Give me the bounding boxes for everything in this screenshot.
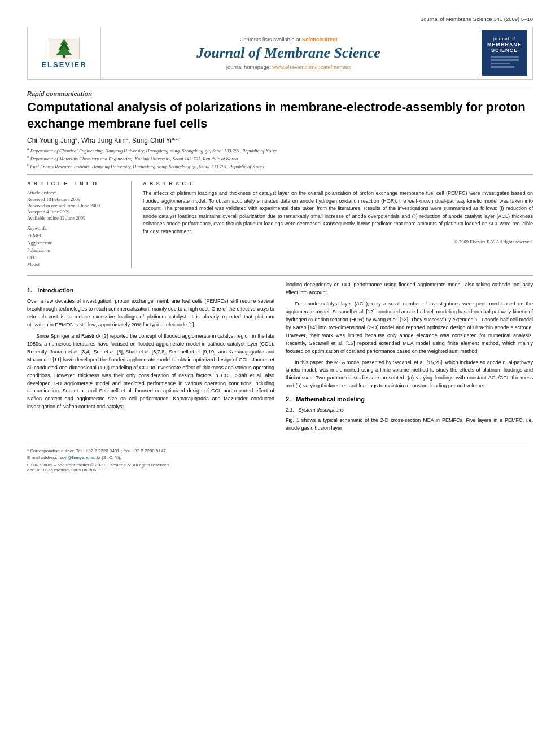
intro-para-2: Since Springer and Raistrick [2] reporte… xyxy=(27,333,274,411)
body-left-col: 1. Introduction Over a few decades of in… xyxy=(27,281,274,436)
abstract-header: A B S T R A C T xyxy=(143,181,533,186)
journal-logo-section: journal of MEMBRANE SCIENCE xyxy=(476,27,532,79)
footer-doi: doi:10.1016/j.memsci.2009.06.006 xyxy=(27,468,533,473)
article-info-col: A R T I C L E I N F O Article history: R… xyxy=(27,181,132,268)
journal-info-center: Contents lists available at ScienceDirec… xyxy=(101,27,476,79)
abstract-col: A B S T R A C T The effects of platinum … xyxy=(143,181,533,268)
svg-rect-8 xyxy=(491,63,510,64)
body-right-col: loading dependency on CCL performance us… xyxy=(286,281,533,436)
journal-title: Journal of Membrane Science xyxy=(196,45,380,62)
contents-available-line: Contents lists available at ScienceDirec… xyxy=(239,36,337,42)
email-note: E-mail address: scyi@hanyang.ac.kr (S.-C… xyxy=(27,455,533,461)
footer-issn: 0376-7388/$ – see front matter © 2009 El… xyxy=(27,462,533,468)
elsevier-tree-icon xyxy=(49,38,80,59)
homepage-link[interactable]: www.elsevier.com/locate/memsci xyxy=(272,64,351,70)
body-content: 1. Introduction Over a few decades of in… xyxy=(27,281,533,436)
journal-logo-graphic xyxy=(488,53,522,70)
journal-reference: Journal of Membrane Science 341 (2009) 5… xyxy=(27,16,533,22)
affiliation-c: c Fuel Energy Research Institute, Hanyan… xyxy=(27,163,533,171)
corresponding-author-note: * Corresponding author. Tel.: +82 2 2220… xyxy=(27,448,533,455)
journal-logo-box: journal of MEMBRANE SCIENCE xyxy=(482,30,527,76)
keyword-3: Polarization xyxy=(27,247,123,254)
page: Journal of Membrane Science 341 (2009) 5… xyxy=(0,0,560,747)
email-link[interactable]: scyi@hanyang.ac.kr xyxy=(60,455,100,460)
section21-para: Fig. 1 shows a typical schematic of the … xyxy=(286,417,533,433)
article-title: Computational analysis of polarizations … xyxy=(27,99,533,132)
keyword-2: Agglomerate xyxy=(27,239,123,247)
received-date: Received 18 February 2009 xyxy=(27,196,123,202)
article-info-header: A R T I C L E I N F O xyxy=(27,181,123,186)
article-type: Rapid communication xyxy=(27,88,533,97)
svg-rect-4 xyxy=(63,55,65,58)
keywords-label: Keywords: xyxy=(27,225,123,231)
keyword-1: PEMFC xyxy=(27,232,123,239)
accepted-date: Accepted 4 June 2009 xyxy=(27,209,123,215)
section21-title: 2.1. System descriptions xyxy=(286,407,533,414)
abstract-text: The effects of platinum loadings and thi… xyxy=(143,190,533,235)
affiliations: a Department of Chemical Engineering, Ha… xyxy=(27,147,533,170)
journal-logo-text1: journal of xyxy=(493,36,515,42)
article-info-abstract: A R T I C L E I N F O Article history: R… xyxy=(27,174,533,268)
keyword-4: CFD xyxy=(27,254,123,261)
journal-logo-title: MEMBRANE xyxy=(487,42,522,47)
svg-rect-9 xyxy=(491,66,514,68)
sciencedirect-link[interactable]: ScienceDirect xyxy=(302,36,338,42)
section-divider xyxy=(27,275,533,276)
svg-rect-7 xyxy=(491,59,519,61)
intro-right-para-1: loading dependency on CCL performance us… xyxy=(286,281,533,297)
footer-divider xyxy=(27,444,533,444)
svg-rect-6 xyxy=(491,56,519,58)
intro-right-para-3: In this paper, the MEA model presented b… xyxy=(286,359,533,391)
journal-homepage: journal homepage: www.elsevier.com/locat… xyxy=(226,64,351,70)
authors-line: Chi-Young Junga, Wha-Jung Kimb, Sung-Chu… xyxy=(27,136,533,145)
journal-logo-title2: SCIENCE xyxy=(491,47,518,53)
keyword-5: Model xyxy=(27,261,123,268)
section2-title: 2. Mathematical modeling xyxy=(286,395,533,404)
copyright-line: © 2009 Elsevier B.V. All rights reserved… xyxy=(143,239,533,244)
elsevier-logo-section: ELSEVIER xyxy=(28,27,101,79)
journal-header: ELSEVIER Contents lists available at Sci… xyxy=(27,27,533,80)
affiliation-a: a Department of Chemical Engineering, Ha… xyxy=(27,147,533,155)
available-date: Available online 12 June 2009 xyxy=(27,215,123,221)
elsevier-wordmark: ELSEVIER xyxy=(41,60,86,69)
intro-section-title: 1. Introduction xyxy=(27,286,274,295)
intro-right-para-2: For anode catalyst layer (ACL), only a s… xyxy=(286,300,533,356)
article-history-label: Article history: xyxy=(27,190,123,195)
revised-date: Received in revised form 3 June 2009 xyxy=(27,203,123,208)
affiliation-b: b Department of Materials Chemistry and … xyxy=(27,155,533,163)
intro-para-1: Over a few decades of investigation, pro… xyxy=(27,298,274,329)
